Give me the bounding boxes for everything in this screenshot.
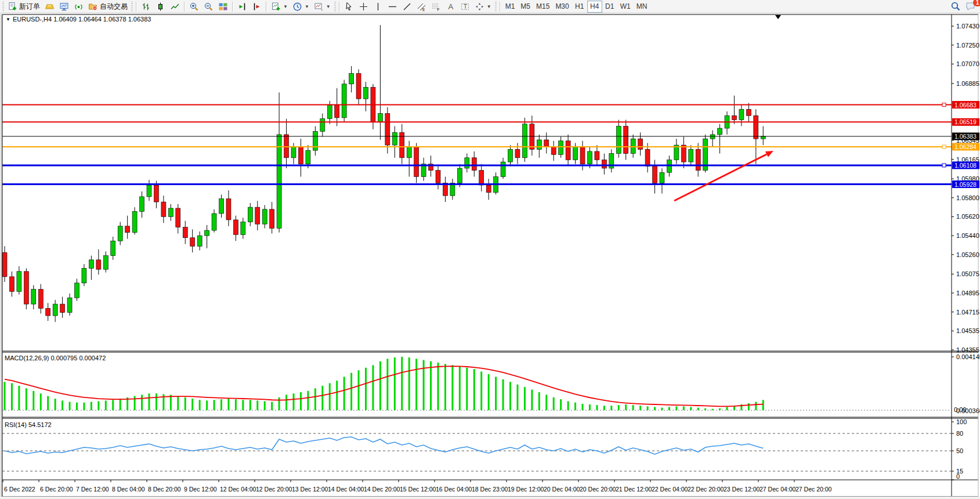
dropdown-caret: ▼ [305,4,309,9]
auto-scroll-button[interactable] [235,1,249,13]
line-chart-mode-button[interactable] [168,1,182,13]
horizontal-line-icon [388,2,397,12]
time-axis-label: 13 Dec 12:00 [292,486,328,493]
vertical-line-tool-button[interactable] [371,1,385,13]
time-axis-label: 19 Dec 12:00 [508,486,544,493]
price-axis-tick: 1.05075 [956,270,979,277]
text-a-icon: A [446,2,455,12]
text-label-icon: T [460,2,470,12]
price-axis-tick: 1.04715 [956,309,979,316]
crosshair-icon [359,2,368,12]
svg-text:E: E [422,7,425,11]
fibonacci-icon: F [431,2,441,12]
macd-axis-current: 0.000366 [956,407,980,414]
timeframe-M1[interactable]: M1 [502,1,518,13]
chart-canvas[interactable]: 1.074301.072501.070701.068851.063451.061… [0,0,980,499]
signal-icon [74,2,84,12]
zoom-out-icon [204,2,214,12]
price-axis-tick: 1.07250 [956,42,979,49]
price-axis-tick: 1.05260 [956,251,979,258]
new-order-label: 新订单 [19,2,40,12]
channel-tool-button[interactable]: E [414,1,429,13]
monitor-icon [59,2,69,12]
new-order-button[interactable]: 新订单 [5,1,42,13]
time-axis-label: 18 Dec 23:00 [472,486,508,493]
macd-axis-max: 0.004145 [956,353,980,360]
price-label-text: 1.06284 [954,143,977,150]
indicators-button[interactable]: ▼ [269,1,290,13]
equidistant-channel-icon: E [417,2,426,12]
arrows-tool-button[interactable]: ▼ [472,1,494,13]
main-toolbar: 新订单 自动交易 [0,0,980,13]
timeframe-D1[interactable]: D1 [602,1,617,13]
timeframe-M15[interactable]: M15 [533,1,552,13]
time-axis-label: 7 Dec 12:00 [76,486,109,493]
timeframe-MN[interactable]: MN [634,1,650,13]
tile-windows-button[interactable] [216,1,230,13]
price-axis-tick: 1.04895 [956,290,979,296]
bar-chart-mode-button[interactable] [139,1,153,13]
time-axis-label: 27 Dec 04:00 [760,486,796,493]
chart-shift-button[interactable] [249,1,264,13]
search-icon [950,1,961,12]
arrows-icon [475,2,484,12]
time-axis-label: 8 Dec 04:00 [112,486,145,493]
cursor-tool-button[interactable] [342,1,356,13]
toolbar-grip[interactable] [495,2,497,11]
toolbar-grip[interactable] [2,2,4,11]
price-axis-tick: 1.06885 [956,80,979,87]
mt4-terminal: { "toolbar": { "new_order_label": "新订单",… [0,0,980,499]
line-handle[interactable] [942,145,946,149]
gold-ingot-icon [45,2,55,12]
toolbar-grip[interactable] [334,2,336,11]
template-icon [314,2,324,12]
fibonacci-tool-button[interactable]: F [429,1,443,13]
candlestick-icon [156,2,165,12]
time-axis-label: 16 Dec 04:00 [436,486,472,493]
line-handle[interactable] [942,103,946,107]
horizontal-line-tool-button[interactable] [385,1,400,13]
time-axis-label: 6 Dec 2022 [4,486,35,493]
notifications-button[interactable]: 1 [963,1,979,13]
trendline-tool-button[interactable] [400,1,414,13]
text-tool-button[interactable]: A [443,1,458,13]
time-axis-label: 22 Dec 20:00 [688,486,724,493]
templates-button[interactable]: ▼ [312,1,333,13]
crosshair-tool-button[interactable] [356,1,371,13]
svg-text:T: T [464,3,467,10]
price-axis-tick: 1.05440 [956,232,979,239]
terminal-button[interactable] [57,1,71,13]
price-axis-tick: 1.05620 [956,213,979,220]
dropdown-caret: ▼ [283,4,288,9]
zoom-out-button[interactable] [201,1,216,13]
time-axis-label: 23 Dec 12:00 [724,486,760,493]
clock-icon [292,2,302,12]
candlestick-mode-button[interactable] [153,1,168,13]
timeframe-W1[interactable]: W1 [617,1,634,13]
rsi-axis-tick: 0 [956,473,960,480]
toolbar-grip[interactable] [131,2,133,11]
search-button[interactable] [948,1,963,13]
zoom-in-button[interactable] [187,1,201,13]
rsi-axis-tick: 100 [956,418,967,425]
price-axis-tick: 1.04535 [956,327,979,334]
periods-button[interactable]: ▼ [290,1,312,13]
market-button[interactable] [42,1,57,13]
line-chart-icon [170,2,180,12]
chart-shift-icon [252,2,262,12]
timeframe-H1[interactable]: H1 [572,1,587,13]
indicators-icon [271,2,281,12]
svg-text:A: A [448,2,453,11]
timeframe-H4[interactable]: H4 [587,1,602,13]
notification-badge: 1 [973,0,980,6]
timeframe-M30[interactable]: M30 [552,1,572,13]
timeframe-toolbar: M1M5M15M30H1H4D1W1MN [502,1,650,13]
signals-button[interactable] [71,1,86,13]
text-label-tool-button[interactable]: T [458,1,472,13]
tile-windows-icon [218,2,228,12]
timeframe-M5[interactable]: M5 [518,1,533,13]
time-axis-label: 22 Dec 04:00 [652,486,688,493]
ohlc-bars-icon [141,2,151,12]
autotrading-button[interactable]: 自动交易 [86,1,130,13]
line-handle[interactable] [942,164,946,167]
